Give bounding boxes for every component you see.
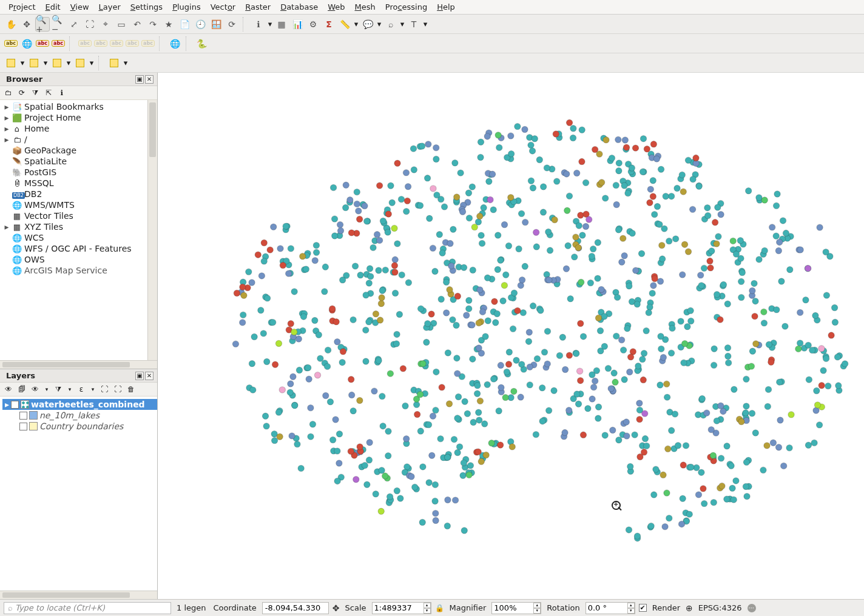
- browser-item--[interactable]: ▸🗀/: [2, 134, 157, 145]
- scale-value[interactable]: [373, 603, 424, 614]
- show-bookmarks-button[interactable]: 📄: [177, 17, 192, 32]
- d3-button[interactable]: abc: [109, 36, 124, 51]
- tips-dropdown[interactable]: ▾: [376, 19, 382, 28]
- layers-collapse-button[interactable]: ⛶: [113, 384, 123, 394]
- browser-collapse-button[interactable]: ⇱: [44, 88, 53, 98]
- browser-item-db2[interactable]: DB2DB2: [2, 189, 157, 199]
- map-canvas[interactable]: [158, 73, 864, 599]
- processing-button[interactable]: ⚙: [306, 17, 320, 32]
- select-form-dropdown[interactable]: ▾: [66, 58, 72, 67]
- label-c-button[interactable]: abc: [35, 36, 50, 51]
- browser-item-project-home[interactable]: ▸🟩Project Home: [2, 112, 157, 123]
- magnifier-value[interactable]: [492, 603, 533, 614]
- layers-undock-icon[interactable]: ▣: [135, 372, 144, 380]
- crs-label[interactable]: EPSG:4326: [697, 603, 744, 612]
- messages-icon[interactable]: ⋯: [748, 604, 756, 612]
- menu-database[interactable]: Database: [275, 1, 323, 13]
- rotation-spin[interactable]: ▴▾: [586, 602, 635, 614]
- browser-item-wcs[interactable]: 🌐WCS: [2, 232, 157, 243]
- menu-layer[interactable]: Layer: [94, 1, 126, 13]
- d2-button[interactable]: abc: [93, 36, 108, 51]
- browser-item-mssql[interactable]: 🛢MSSQL: [2, 178, 157, 189]
- layers-tree[interactable]: ▸✔waterbeetles_combinedne_10m_lakesCount…: [0, 397, 157, 599]
- menu-processing[interactable]: Processing: [380, 1, 432, 13]
- browser-item-spatial-bookmarks[interactable]: ▸📑Spatial Bookmarks: [2, 101, 157, 112]
- menu-project[interactable]: Project: [4, 1, 41, 13]
- layers-filter-button[interactable]: ⧩: [53, 384, 63, 394]
- select-rect-button[interactable]: [4, 56, 18, 70]
- browser-item-vector-tiles[interactable]: ▦Vector Tiles: [2, 210, 157, 221]
- browser-item-wms-wmts[interactable]: 🌐WMS/WMTS: [2, 199, 157, 210]
- d5-button[interactable]: abc: [141, 36, 155, 51]
- menu-raster[interactable]: Raster: [240, 1, 275, 13]
- layer-visibility-checkbox[interactable]: [19, 423, 27, 430]
- run-feat-button[interactable]: [107, 56, 121, 70]
- browser-item-xyz-tiles[interactable]: ▸▦XYZ Tiles: [2, 221, 157, 232]
- d4-button[interactable]: abc: [125, 36, 140, 51]
- menu-settings[interactable]: Settings: [126, 1, 167, 13]
- select-loc-button[interactable]: [73, 56, 87, 70]
- crs-globe-icon[interactable]: ⊕: [686, 603, 693, 613]
- new-view-button[interactable]: 🪟: [209, 17, 223, 32]
- tips-button[interactable]: 💬: [360, 17, 375, 32]
- menu-mesh[interactable]: Mesh: [350, 1, 380, 13]
- layer-waterbeetles-combined[interactable]: ▸✔waterbeetles_combined: [2, 399, 157, 410]
- browser-undock-icon[interactable]: ▣: [135, 75, 144, 84]
- browser-item-home[interactable]: ▸⌂Home: [2, 123, 157, 134]
- python-button[interactable]: 🐍: [194, 36, 209, 51]
- browser-tree[interactable]: ▸📑Spatial Bookmarks▸🟩Project Home▸⌂Home▸…: [0, 100, 157, 369]
- layers-expr-button[interactable]: ε: [76, 384, 86, 394]
- zoom-layer-button[interactable]: ▭: [114, 17, 129, 32]
- browser-info-button[interactable]: ℹ: [57, 88, 67, 98]
- browser-item-postgis[interactable]: 🐘PostGIS: [2, 167, 157, 178]
- text-ann-dropdown[interactable]: ▾: [422, 19, 428, 28]
- label-a-button[interactable]: abc: [4, 36, 18, 51]
- menu-edit[interactable]: Edit: [41, 1, 66, 13]
- pan-sel-button[interactable]: ✥: [19, 17, 34, 32]
- identify-button[interactable]: ℹ: [251, 17, 266, 32]
- zoom-native-button[interactable]: ⤢: [67, 17, 81, 32]
- select-loc-dropdown[interactable]: ▾: [89, 58, 95, 67]
- deselect-button[interactable]: [27, 56, 41, 70]
- zoom-sel-button[interactable]: ⌖: [98, 17, 113, 32]
- layers-style-button[interactable]: 👁: [4, 384, 13, 394]
- select-rect-dropdown[interactable]: ▾: [19, 58, 25, 67]
- menu-vector[interactable]: Vector: [206, 1, 240, 13]
- coordinate-input[interactable]: [262, 602, 329, 614]
- identify-dropdown[interactable]: ▾: [267, 19, 273, 28]
- menu-plugins[interactable]: Plugins: [167, 1, 206, 13]
- zoom-in-button[interactable]: 🔍+: [35, 17, 50, 32]
- refresh-button[interactable]: ⟳: [224, 17, 239, 32]
- magnifier-spin[interactable]: ▴▾: [491, 602, 541, 614]
- layer-visibility-checkbox[interactable]: [19, 412, 27, 420]
- browser-item-ows[interactable]: 🌐OWS: [2, 254, 157, 265]
- new-bookmark-button[interactable]: ★: [161, 17, 176, 32]
- scale-combo[interactable]: ▴▾: [372, 602, 431, 614]
- zoom-next-button[interactable]: ↷: [146, 17, 160, 32]
- locator-input[interactable]: Type to locate (Ctrl+K): [4, 602, 171, 614]
- layers-close-icon[interactable]: ✕: [145, 372, 154, 380]
- browser-item-spatialite[interactable]: 🪶SpatiaLite: [2, 156, 157, 167]
- label-b-button[interactable]: 🌐: [19, 36, 34, 51]
- measure-dropdown[interactable]: ▾: [353, 19, 359, 28]
- something-button[interactable]: ⌕: [383, 17, 398, 32]
- browser-refresh-button[interactable]: ⟳: [17, 88, 27, 98]
- browser-item-arcgis-map-service[interactable]: 🌐ArcGIS Map Service: [2, 265, 157, 276]
- zoom-last-button[interactable]: ↶: [130, 17, 144, 32]
- browser-filter-button[interactable]: ⧩: [30, 88, 40, 98]
- menu-help[interactable]: Help: [432, 1, 460, 13]
- zoom-full-button[interactable]: ⛶: [83, 17, 97, 32]
- field-calc-button[interactable]: 📊: [290, 17, 305, 32]
- menu-view[interactable]: View: [66, 1, 94, 13]
- websearch-button[interactable]: 🌐: [167, 36, 182, 51]
- deselect-dropdown[interactable]: ▾: [42, 58, 49, 67]
- something-dropdown[interactable]: ▾: [399, 19, 405, 28]
- browser-hscrollbar[interactable]: [0, 360, 157, 369]
- run-feat-dropdown[interactable]: ▾: [123, 58, 129, 67]
- layers-expand-button[interactable]: ⛶: [100, 384, 109, 394]
- layers-add-group-button[interactable]: 🗐: [17, 384, 27, 394]
- select-form-button[interactable]: [50, 56, 64, 70]
- stats-button[interactable]: Σ: [322, 17, 336, 32]
- pan-button[interactable]: ✋: [4, 17, 18, 32]
- layer-ne-10m-lakes[interactable]: ne_10m_lakes: [2, 410, 157, 421]
